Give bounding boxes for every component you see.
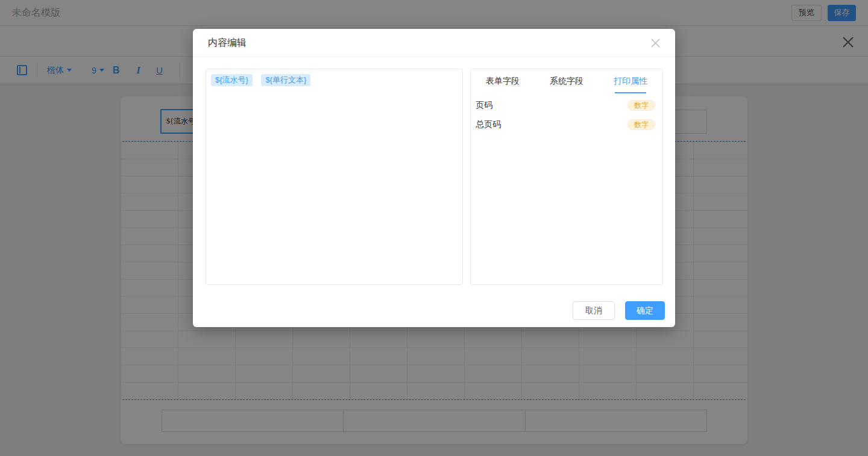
field-picker-panel: 表单字段 系统字段 打印属性 页码 数字 总页码 数字 [470,69,663,285]
tab-form-fields[interactable]: 表单字段 [471,69,535,93]
confirm-button[interactable]: 确定 [625,301,665,320]
field-label: 页码 [476,100,492,111]
type-badge: 数字 [627,119,655,130]
content-editor-area[interactable]: ${流水号} ${单行文本} [206,69,463,285]
dialog-title: 内容编辑 [208,37,247,49]
dialog-footer: 取消 确定 [573,301,665,320]
type-badge: 数字 [627,100,655,111]
tab-system-fields[interactable]: 系统字段 [535,69,599,93]
list-item-page-number[interactable]: 页码 数字 [471,96,662,115]
tab-bar: 表单字段 系统字段 打印属性 [471,69,662,93]
dialog-header: 内容编辑 [193,29,675,57]
close-icon[interactable] [650,38,661,48]
screen: 未命名模版 预览 保存 楷体 9 B I U ${流水号} [0,0,868,456]
field-chip[interactable]: ${流水号} [211,74,253,86]
field-label: 总页码 [476,119,501,130]
content-edit-dialog: 内容编辑 ${流水号} ${单行文本} 表单字段 系统字段 打印属性 页码 数字 [193,29,675,327]
field-list: 页码 数字 总页码 数字 [471,93,662,137]
tab-print-properties[interactable]: 打印属性 [599,69,662,93]
list-item-total-pages[interactable]: 总页码 数字 [471,115,662,134]
cancel-button[interactable]: 取消 [573,301,615,320]
field-chip[interactable]: ${单行文本} [261,74,310,86]
